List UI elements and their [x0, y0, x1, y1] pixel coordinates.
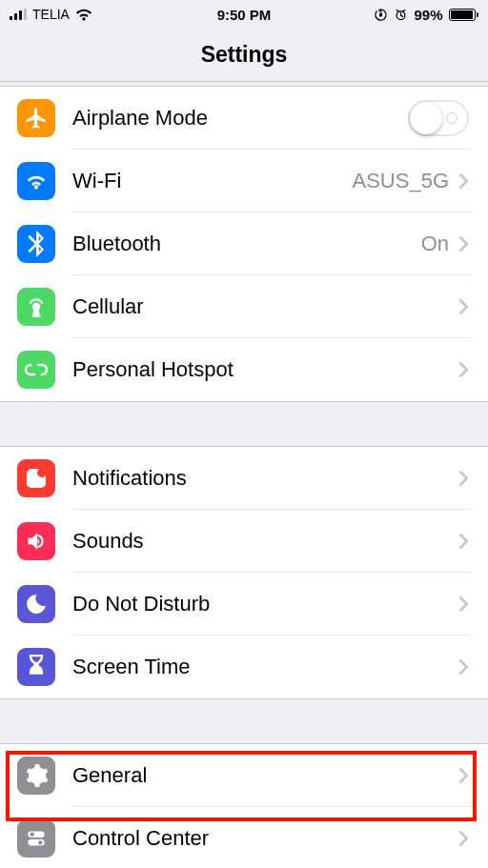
row-control-center[interactable]: Control Center: [0, 807, 488, 868]
settings-group-system: General Control Center: [0, 743, 488, 868]
settings-group-alerts: Notifications Sounds Do Not Di: [0, 446, 488, 699]
chevron-right-icon: [458, 595, 469, 613]
row-general[interactable]: General: [0, 744, 488, 807]
chevron-right-icon: [458, 470, 469, 487]
row-label: Do Not Disturb: [72, 592, 210, 616]
carrier-label: TELIA: [32, 7, 70, 22]
wifi-settings-icon: [17, 162, 55, 200]
row-label: Bluetooth: [72, 232, 161, 256]
moon-icon: [17, 585, 55, 623]
row-wifi[interactable]: Wi-Fi ASUS_5G: [0, 150, 488, 212]
airplane-toggle[interactable]: [408, 100, 469, 136]
row-label: Control Center: [72, 826, 209, 851]
chevron-right-icon: [458, 658, 469, 676]
chevron-right-icon: [458, 830, 469, 847]
row-bluetooth[interactable]: Bluetooth On: [0, 212, 488, 275]
status-bar: TELIA 9:50 PM 99%: [0, 0, 488, 29]
row-label: Wi-Fi: [72, 169, 121, 193]
page-title: Settings: [0, 29, 488, 82]
row-label: Airplane Mode: [72, 106, 208, 131]
svg-point-3: [37, 468, 47, 477]
row-label: Personal Hotspot: [72, 357, 234, 382]
row-cellular[interactable]: Cellular: [0, 275, 488, 338]
wifi-network-value: ASUS_5G: [353, 169, 450, 193]
row-label: Cellular: [72, 294, 144, 319]
svg-point-5: [30, 833, 34, 837]
chevron-right-icon: [458, 298, 469, 315]
row-do-not-disturb[interactable]: Do Not Disturb: [0, 573, 488, 636]
control-center-icon: [17, 819, 55, 858]
hourglass-icon: [17, 648, 55, 686]
chevron-right-icon: [458, 767, 469, 784]
notifications-icon: [17, 459, 55, 497]
battery-percent: 99%: [414, 7, 442, 23]
row-personal-hotspot[interactable]: Personal Hotspot: [0, 338, 488, 401]
cellular-signal-icon: [10, 9, 27, 20]
chevron-right-icon: [458, 235, 469, 252]
bluetooth-icon: [17, 225, 55, 263]
row-notifications[interactable]: Notifications: [0, 447, 488, 510]
hotspot-icon: [17, 351, 55, 389]
chevron-right-icon: [458, 533, 469, 550]
svg-point-7: [38, 840, 42, 844]
status-time: 9:50 PM: [217, 7, 272, 23]
sounds-icon: [17, 522, 55, 560]
row-screen-time[interactable]: Screen Time: [0, 636, 488, 698]
row-label: Sounds: [72, 529, 144, 554]
svg-rect-0: [379, 13, 382, 16]
row-label: General: [72, 763, 147, 788]
battery-icon: [449, 9, 479, 21]
bluetooth-value: On: [421, 232, 449, 256]
chevron-right-icon: [458, 172, 469, 190]
cellular-icon: [17, 288, 55, 326]
row-sounds[interactable]: Sounds: [0, 510, 488, 573]
chevron-right-icon: [458, 361, 469, 378]
row-label: Screen Time: [72, 655, 191, 679]
settings-group-connectivity: Airplane Mode Wi-Fi ASUS_5G: [0, 86, 488, 402]
alarm-icon: [394, 8, 408, 22]
airplane-icon: [17, 99, 55, 137]
rotation-lock-icon: [374, 8, 388, 22]
row-label: Notifications: [72, 466, 187, 491]
gear-icon: [17, 757, 55, 795]
wifi-icon: [75, 9, 92, 21]
row-airplane-mode[interactable]: Airplane Mode: [0, 87, 488, 150]
